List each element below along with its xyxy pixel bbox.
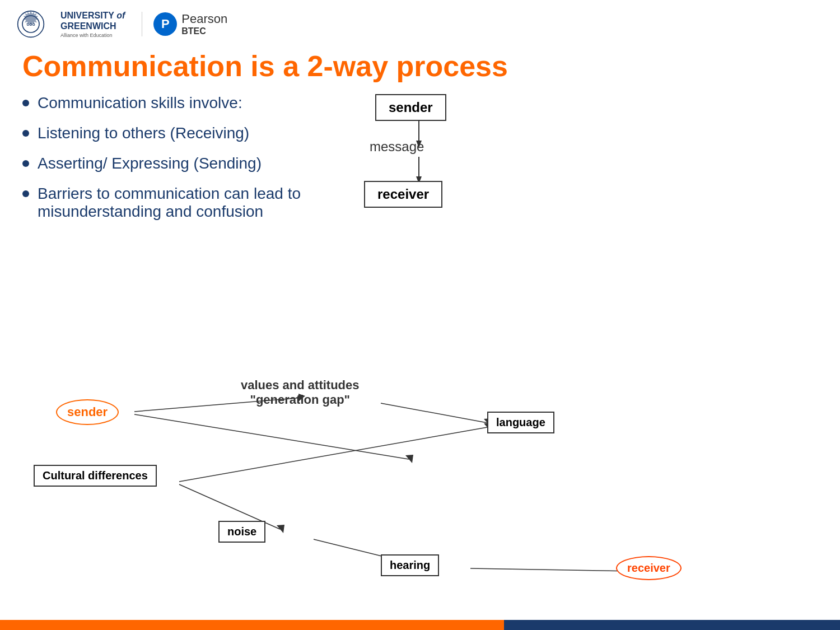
main-content: Communication skills involve: Listening … bbox=[0, 94, 840, 233]
header: UOG UNIVERSITY ofGREENWICH Alliance with… bbox=[0, 0, 840, 44]
language-box: language bbox=[487, 412, 554, 433]
hearing-box: hearing bbox=[381, 554, 439, 576]
noise-box: noise bbox=[218, 521, 265, 543]
bullet-item-4: Barriers to communication can lead to mi… bbox=[22, 185, 314, 221]
bullet-item-2: Listening to others (Receiving) bbox=[22, 124, 314, 142]
mini-diagram: sender message receiver bbox=[336, 94, 504, 223]
bullet-item-3: Asserting/ Expressing (Sending) bbox=[22, 155, 314, 172]
bottom-sender-oval: sender bbox=[56, 399, 119, 425]
bullet-dot bbox=[22, 130, 29, 137]
bullet-dot bbox=[22, 160, 29, 167]
pearson-logo: P Pearson BTEC bbox=[142, 12, 227, 36]
svg-line-19 bbox=[470, 568, 633, 571]
bullet-dot bbox=[22, 100, 29, 106]
values-attitudes-text: values and attitudes "generation gap" bbox=[241, 378, 360, 407]
university-logo-icon: UOG bbox=[17, 10, 45, 38]
svg-line-13 bbox=[381, 403, 487, 423]
svg-text:UOG: UOG bbox=[26, 22, 35, 26]
cultural-differences-box: Cultural differences bbox=[34, 465, 157, 487]
bottom-diagram: sender values and attitudes "generation … bbox=[0, 361, 840, 608]
mini-message-label: message bbox=[370, 139, 424, 155]
btec-label: BTEC bbox=[181, 26, 227, 36]
mini-receiver-box: receiver bbox=[364, 181, 442, 208]
bullet-item-1: Communication skills involve: bbox=[22, 94, 314, 112]
pearson-circle-icon: P bbox=[153, 12, 177, 36]
mini-sender-box: sender bbox=[375, 94, 446, 121]
page-title: Communication is a 2-way process bbox=[0, 44, 840, 94]
pearson-label: Pearson bbox=[181, 12, 227, 26]
footer-bar bbox=[0, 620, 840, 630]
svg-line-15 bbox=[179, 427, 487, 482]
university-name: UNIVERSITY ofGREENWICH Alliance with Edu… bbox=[60, 10, 125, 38]
bullet-dot bbox=[22, 190, 29, 197]
svg-marker-10 bbox=[277, 525, 284, 533]
svg-line-7 bbox=[134, 414, 409, 459]
bullet-list: Communication skills involve: Listening … bbox=[22, 94, 314, 233]
bottom-receiver-oval: receiver bbox=[616, 556, 682, 580]
